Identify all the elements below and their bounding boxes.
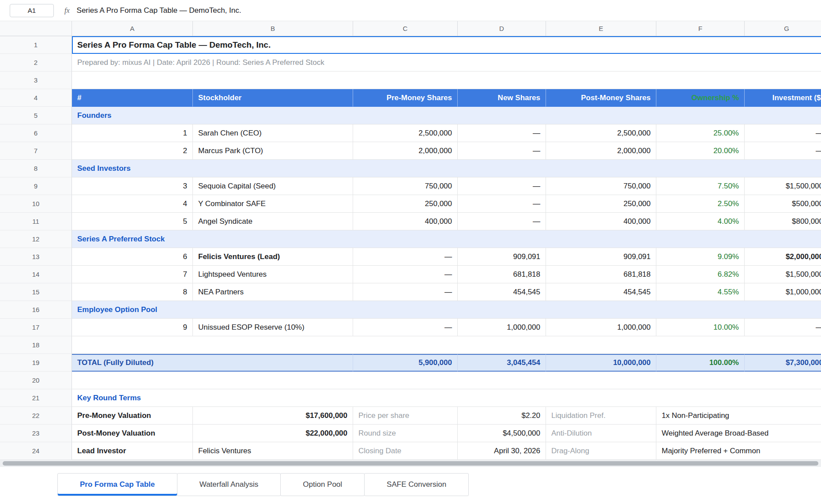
cell-F14[interactable]: 6.82% [656,266,745,283]
cell-B9[interactable]: Sequoia Capital (Seed) [193,177,353,195]
sheet-tab-safe-conversion[interactable]: SAFE Conversion [364,473,469,496]
row-header-4[interactable]: 4 [0,89,72,107]
cell-E24[interactable]: Drag-Along [546,442,656,460]
cell-E22[interactable]: Liquidation Pref. [546,407,656,425]
row-header-15[interactable]: 15 [0,283,72,301]
cell-B24[interactable]: Felicis Ventures [193,442,353,460]
cell-C15[interactable]: — [353,283,458,301]
cell-D23[interactable]: $4,500,000 [458,425,546,442]
cell-A6[interactable]: 1 [72,124,193,142]
cell-E19[interactable]: 10,000,000 [546,354,656,372]
cell-F6[interactable]: 25.00% [656,124,745,142]
cell-C11[interactable]: 400,000 [353,213,458,230]
cell-F15[interactable]: 4.55% [656,283,745,301]
row-header-5[interactable]: 5 [0,107,72,124]
cell-G10[interactable]: $500,000 [745,195,821,213]
cell-A12[interactable]: Series A Preferred Stock [72,230,821,248]
cell-C17[interactable]: — [353,319,458,336]
cell-A4[interactable]: # [72,89,193,107]
cell-E9[interactable]: 750,000 [546,177,656,195]
cell-A14[interactable]: 7 [72,266,193,283]
cell-A21[interactable]: Key Round Terms [72,389,821,407]
row-header-1[interactable]: 1 [0,36,72,54]
cell-D14[interactable]: 681,818 [458,266,546,283]
cell-B6[interactable]: Sarah Chen (CEO) [193,124,353,142]
cell-G11[interactable]: $800,000 [745,213,821,230]
cell-F17[interactable]: 10.00% [656,319,745,336]
sheet-tab-pro-forma-cap-table[interactable]: Pro Forma Cap Table [57,473,177,496]
row-header-7[interactable]: 7 [0,142,72,160]
column-header-E[interactable]: E [546,21,656,36]
cell-E6[interactable]: 2,500,000 [546,124,656,142]
cell-E4[interactable]: Post-Money Shares [546,89,656,107]
row-header-22[interactable]: 22 [0,407,72,425]
cell-D19[interactable]: 3,045,454 [458,354,546,372]
select-all-corner[interactable] [0,21,72,36]
cell-D4[interactable]: New Shares [458,89,546,107]
cell-F23[interactable]: Weighted Average Broad-Based [656,425,821,442]
cell-B23[interactable]: $22,000,000 [193,425,353,442]
cell-D24[interactable]: April 30, 2026 [458,442,546,460]
cell-F10[interactable]: 2.50% [656,195,745,213]
column-header-C[interactable]: C [353,21,458,36]
row-header-21[interactable]: 21 [0,389,72,407]
cell-G15[interactable]: $1,000,000 [745,283,821,301]
row-header-24[interactable]: 24 [0,442,72,460]
cell-E13[interactable]: 909,091 [546,248,656,266]
cell-A13[interactable]: 6 [72,248,193,266]
row-header-12[interactable]: 12 [0,230,72,248]
row-header-10[interactable]: 10 [0,195,72,213]
row-header-19[interactable]: 19 [0,354,72,372]
row-header-2[interactable]: 2 [0,54,72,71]
row-header-6[interactable]: 6 [0,124,72,142]
cell-D9[interactable]: — [458,177,546,195]
cell-C22[interactable]: Price per share [353,407,458,425]
column-header-D[interactable]: D [458,21,546,36]
cell-B4[interactable]: Stockholder [193,89,353,107]
sheet-tab-waterfall-analysis[interactable]: Waterfall Analysis [177,473,281,496]
cell-G14[interactable]: $1,500,000 [745,266,821,283]
cell-F24[interactable]: Majority Preferred + Common [656,442,821,460]
cell-D11[interactable]: — [458,213,546,230]
cell-D17[interactable]: 1,000,000 [458,319,546,336]
cell-G17[interactable]: — [745,319,821,336]
cell-B15[interactable]: NEA Partners [193,283,353,301]
cell-F4[interactable]: Ownership % [656,89,745,107]
cell-D22[interactable]: $2.20 [458,407,546,425]
cell-G9[interactable]: $1,500,000 [745,177,821,195]
cell-C14[interactable]: — [353,266,458,283]
column-header-F[interactable]: F [656,21,745,36]
cell-B7[interactable]: Marcus Park (CTO) [193,142,353,160]
row-header-11[interactable]: 11 [0,213,72,230]
cell-C9[interactable]: 750,000 [353,177,458,195]
cell-G7[interactable]: — [745,142,821,160]
cell-G13[interactable]: $2,000,000 [745,248,821,266]
cell-E11[interactable]: 400,000 [546,213,656,230]
column-header-G[interactable]: G [745,21,821,36]
cell-D13[interactable]: 909,091 [458,248,546,266]
cell-E10[interactable]: 250,000 [546,195,656,213]
cell-A5[interactable]: Founders [72,107,821,124]
row-header-16[interactable]: 16 [0,301,72,319]
row-header-14[interactable]: 14 [0,266,72,283]
cell-A2[interactable]: Prepared by: mixus AI | Date: April 2026… [72,54,821,71]
cell-A8[interactable]: Seed Investors [72,160,821,177]
column-header-B[interactable]: B [193,21,353,36]
cell-C10[interactable]: 250,000 [353,195,458,213]
cell-B17[interactable]: Unissued ESOP Reserve (10%) [193,319,353,336]
cell-E23[interactable]: Anti-Dilution [546,425,656,442]
cell-A23[interactable]: Post-Money Valuation [72,425,193,442]
row-header-9[interactable]: 9 [0,177,72,195]
horizontal-scrollbar[interactable] [0,460,821,467]
cell-reference-box[interactable]: A1 [10,4,54,17]
cell-F9[interactable]: 7.50% [656,177,745,195]
cell-A24[interactable]: Lead Investor [72,442,193,460]
cell-C6[interactable]: 2,500,000 [353,124,458,142]
cell-F19[interactable]: 100.00% [656,354,745,372]
cell-G6[interactable]: — [745,124,821,142]
row-header-20[interactable]: 20 [0,372,72,389]
cell-A9[interactable]: 3 [72,177,193,195]
row-header-18[interactable]: 18 [0,336,72,354]
cell-C23[interactable]: Round size [353,425,458,442]
cell-E17[interactable]: 1,000,000 [546,319,656,336]
